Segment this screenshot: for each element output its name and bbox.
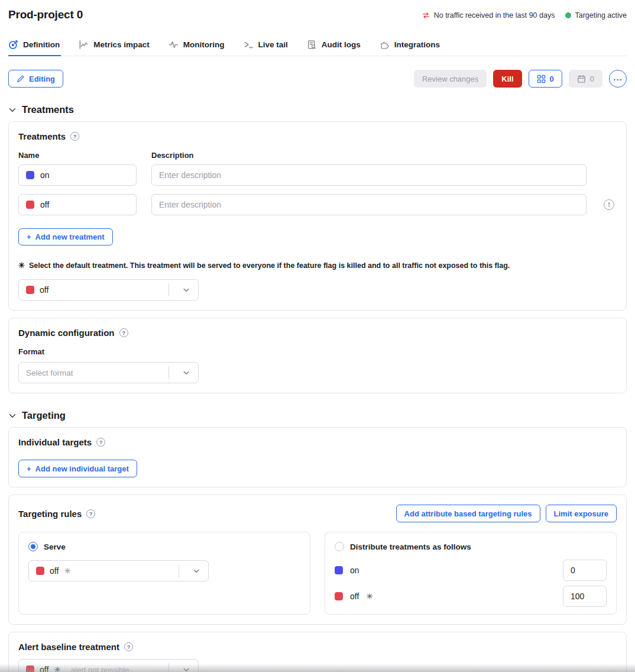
treatment-name-on: on: [40, 170, 50, 180]
treatment-color-swatch-off: [26, 286, 34, 294]
tab-integrations[interactable]: Integrations: [380, 40, 441, 56]
distribute-percent-input-on[interactable]: [563, 560, 607, 581]
page-title: Prod-project 0: [8, 8, 83, 21]
metrics-chart-icon: [79, 40, 89, 50]
add-attribute-rules-label: Add attribute based targeting rules: [404, 509, 532, 518]
tab-live-tail[interactable]: Live tail: [244, 40, 289, 56]
schedule-count: 0: [590, 75, 594, 83]
schedule-button[interactable]: 0: [569, 70, 602, 88]
chevron-down-icon: [184, 567, 208, 574]
serve-radio[interactable]: [28, 542, 38, 551]
monitoring-pulse-icon: [169, 40, 179, 50]
add-new-treatment-button[interactable]: + Add new treatment: [18, 228, 113, 245]
warning-icon-wrap: !: [601, 199, 617, 210]
help-icon[interactable]: ?: [96, 438, 105, 447]
more-actions-button[interactable]: ...: [609, 70, 627, 88]
kill-button[interactable]: Kill: [493, 70, 521, 88]
tab-metrics-impact[interactable]: Metrics impact: [79, 40, 151, 56]
editing-button-label: Editing: [29, 75, 55, 83]
help-icon[interactable]: ?: [124, 642, 133, 651]
targeting-rules-header: Targeting rules ? Add attribute based ta…: [18, 505, 617, 522]
serve-treatment-select[interactable]: off ✳: [28, 560, 209, 581]
chevron-down-icon: [174, 666, 198, 672]
tab-metrics-impact-label: Metrics impact: [93, 40, 150, 49]
name-column-label: Name: [18, 151, 137, 160]
chevron-down-icon: [174, 369, 198, 376]
treatment-color-swatch-on: [26, 171, 34, 179]
treatment-color-swatch-on: [335, 566, 343, 574]
alert-baseline-title-row: Alert baseline treatment ?: [18, 642, 617, 652]
definition-target-icon: [8, 40, 18, 50]
grid-icon: [537, 75, 546, 83]
help-icon[interactable]: ?: [119, 328, 128, 337]
help-icon[interactable]: ?: [86, 509, 95, 518]
add-individual-target-button[interactable]: + Add new individual target: [18, 460, 137, 477]
treatments-section-header[interactable]: Treatments: [8, 104, 627, 115]
treatment-desc-wrap-off: [151, 194, 587, 215]
treatment-color-swatch-off: [36, 567, 44, 575]
treatments-labels-row: Name Description: [18, 151, 617, 160]
serve-radio-row[interactable]: Serve: [28, 542, 300, 551]
distribute-radio[interactable]: [335, 542, 344, 551]
chevron-down-icon: [174, 286, 198, 293]
format-select-placeholder: Select format: [26, 369, 73, 377]
dynamic-config-title: Dynamic configuration: [18, 328, 115, 338]
versions-count: 0: [550, 75, 554, 83]
help-icon[interactable]: ?: [70, 132, 79, 141]
treatment-description-input-on[interactable]: [151, 164, 587, 186]
select-divider: [169, 283, 169, 296]
warning-icon[interactable]: !: [604, 199, 614, 210]
treatment-desc-wrap-on: [151, 164, 587, 186]
tab-monitoring-label: Monitoring: [183, 40, 225, 49]
format-select[interactable]: Select format: [18, 362, 199, 383]
chevron-down-icon: [8, 412, 17, 420]
distribute-panel: Distribute treatments as follows on off …: [325, 532, 617, 615]
calendar-icon: [577, 75, 586, 83]
status-group: No traffic received in the last 90 days …: [422, 11, 627, 20]
distribute-name-off: off: [350, 592, 359, 601]
alert-not-possible-note: alert not possible: [71, 665, 129, 672]
versions-button[interactable]: 0: [529, 70, 562, 88]
limit-exposure-button[interactable]: Limit exposure: [546, 505, 617, 522]
distribute-radio-row[interactable]: Distribute treatments as follows: [335, 542, 607, 551]
add-individual-target-label: Add new individual target: [35, 464, 129, 473]
targeting-active-dot-icon: [565, 12, 571, 18]
treatments-card-title-row: Treatments ?: [18, 131, 617, 141]
tab-live-tail-label: Live tail: [258, 40, 288, 49]
serve-treatment-value: off: [50, 566, 59, 576]
review-changes-button[interactable]: Review changes: [414, 70, 487, 88]
add-attribute-rules-button[interactable]: Add attribute based targeting rules: [396, 505, 540, 522]
treatment-color-swatch-off: [26, 665, 34, 672]
default-treatment-select[interactable]: off: [18, 279, 199, 301]
tab-monitoring[interactable]: Monitoring: [169, 40, 226, 56]
pencil-icon: [17, 75, 25, 83]
alert-baseline-select[interactable]: off ✳ alert not possible: [18, 659, 199, 672]
individual-targets-title-row: Individual targets ?: [18, 437, 617, 447]
treatment-name-off: off: [40, 200, 49, 209]
feature-flag-page: Prod-project 0 No traffic received in th…: [0, 8, 635, 672]
alert-baseline-value: off: [40, 665, 48, 672]
treatment-description-input-off[interactable]: [151, 194, 587, 215]
default-asterisk-icon: ✳: [64, 566, 71, 576]
editing-button[interactable]: Editing: [8, 70, 63, 88]
treatment-name-input-off[interactable]: off: [18, 194, 137, 215]
targeting-status: Targeting active: [565, 11, 627, 20]
tab-audit-logs[interactable]: Audit logs: [307, 40, 362, 56]
tab-definition[interactable]: Definition: [8, 40, 61, 56]
alert-baseline-card: Alert baseline treatment ? off ✳ alert n…: [8, 632, 627, 672]
dynamic-configuration-card: Dynamic configuration ? Format Select fo…: [8, 318, 627, 393]
distribute-row-on: on: [335, 560, 607, 581]
page-header: Prod-project 0 No traffic received in th…: [8, 8, 627, 21]
default-treatment-note-text: Select the default treatment. This treat…: [29, 261, 510, 270]
treatment-row-off: off !: [18, 194, 617, 215]
review-changes-label: Review changes: [422, 75, 478, 83]
treatments-section-title: Treatments: [22, 104, 74, 115]
distribute-label: Distribute treatments as follows: [350, 542, 471, 551]
treatment-name-input-on[interactable]: on: [18, 164, 137, 186]
treatments-card-title: Treatments: [18, 131, 66, 141]
serve-label: Serve: [44, 542, 66, 551]
treatment-color-swatch-off: [26, 201, 34, 209]
targeting-section-header[interactable]: Targeting: [8, 410, 627, 421]
distribute-percent-input-off[interactable]: [563, 586, 607, 607]
treatment-row-on: on: [18, 164, 617, 186]
